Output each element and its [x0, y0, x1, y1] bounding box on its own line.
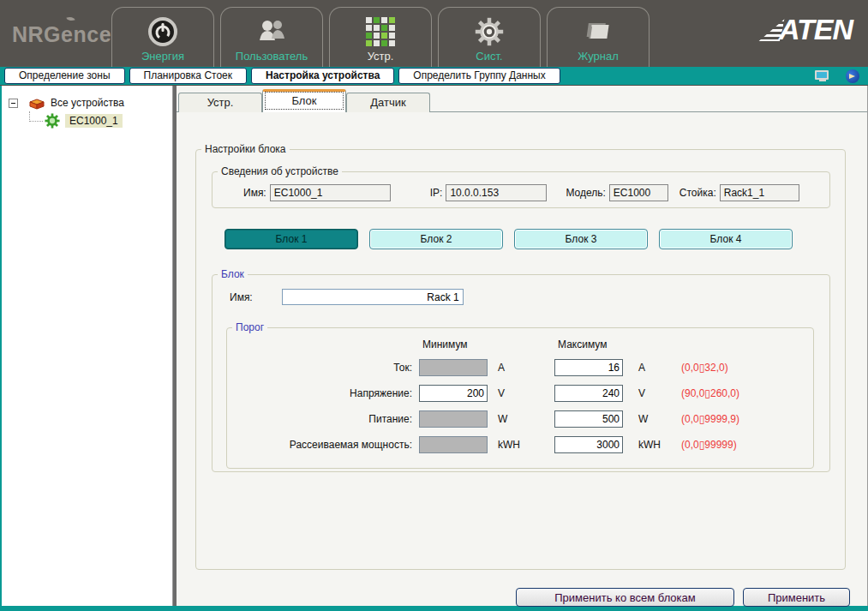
- dissipation-max-unit: kWH: [632, 439, 676, 451]
- users-icon: [255, 15, 288, 48]
- current-row-label: Ток:: [227, 362, 419, 374]
- power-min-unit: W: [491, 413, 554, 425]
- gear-icon: [473, 15, 506, 48]
- power-max-input[interactable]: [554, 410, 623, 428]
- block-settings-group: Настройки блока Сведения об устройстве И…: [195, 143, 846, 570]
- nav-tab-energy[interactable]: Энергия: [111, 7, 214, 67]
- block-tab-panel: Настройки блока Сведения об устройстве И…: [177, 111, 867, 605]
- voltage-range-hint: (90,0▯260,0): [676, 387, 813, 399]
- power-icon: [147, 15, 179, 48]
- min-column-header: Минимум: [419, 338, 491, 350]
- dissipation-row-label: Рассеиваемая мощность:: [227, 439, 419, 451]
- aten-logo: ATEN: [758, 17, 853, 41]
- tree-root-row: Все устройства: [2, 94, 172, 111]
- tree-device-row: EC1000_1: [29, 111, 172, 130]
- block-2-button[interactable]: Блок 2: [369, 229, 503, 249]
- subtab-sensor[interactable]: Датчик: [346, 93, 430, 112]
- nav-tab-log[interactable]: Журнал: [547, 7, 650, 67]
- device-gear-icon: [45, 113, 62, 129]
- block-group: Блок Имя: Порог Минимум: [212, 268, 830, 472]
- device-info-title: Сведения об устройстве: [218, 165, 342, 177]
- toolbar-button-zone-definition[interactable]: Определение зоны: [4, 68, 125, 84]
- subtab-device[interactable]: Устр.: [178, 93, 262, 112]
- tree-root-label[interactable]: Все устройства: [51, 97, 124, 109]
- nav-tab-system[interactable]: Сист.: [438, 7, 541, 67]
- main-panel: Устр. Блок Датчик Настройки блока Сведен…: [177, 86, 868, 606]
- tree-collapse-toggle[interactable]: [9, 99, 18, 108]
- footer-actions: Применить ко всем блокам Применить: [177, 588, 867, 607]
- current-min-unit: A: [491, 362, 554, 374]
- apply-button[interactable]: Применить: [743, 588, 850, 607]
- nav-tab-device[interactable]: Устр.: [329, 7, 432, 67]
- tree-device-label[interactable]: EC1000_1: [65, 114, 123, 128]
- voltage-max-unit: V: [632, 387, 676, 399]
- nav-tab-label: Пользователь: [221, 50, 322, 63]
- block-name-label: Имя:: [230, 291, 253, 303]
- nav-tab-label: Журнал: [548, 50, 649, 63]
- nav-tab-user[interactable]: Пользователь: [220, 7, 323, 67]
- tree-connector: [29, 111, 43, 122]
- toolbar-button-rack-layout[interactable]: Планировка Стоек: [129, 68, 248, 84]
- nav-tab-label: Устр.: [330, 50, 431, 63]
- block-4-button[interactable]: Блок 4: [659, 229, 793, 249]
- block-3-button[interactable]: Блок 3: [514, 229, 648, 249]
- device-rack-field[interactable]: [720, 184, 799, 201]
- device-name-label: Имя:: [243, 187, 266, 199]
- toolbar-button-device-setup[interactable]: Настройка устройства: [251, 68, 394, 84]
- nav-tab-label: Энергия: [112, 50, 213, 63]
- main-nav: Энергия Пользователь: [111, 7, 655, 67]
- device-tree-panel: Все устройства: [0, 86, 172, 606]
- block-selector: Блок 1 Блок 2 Блок 3 Блок 4: [196, 229, 845, 249]
- device-model-field[interactable]: [609, 184, 668, 201]
- apply-all-blocks-button[interactable]: Применить ко всем блокам: [516, 588, 734, 607]
- current-max-input[interactable]: [554, 359, 623, 376]
- block-name-input[interactable]: [282, 289, 464, 305]
- all-devices-icon: [28, 95, 45, 111]
- voltage-min-unit: V: [491, 387, 554, 399]
- nrgence-logo: NRGence: [12, 22, 111, 47]
- threshold-group-title: Порог: [232, 321, 267, 333]
- aten-logo-text: ATEN: [779, 17, 853, 41]
- section-toolbar: Определение зоны Планировка Стоек Настро…: [0, 67, 868, 86]
- dissipation-max-input[interactable]: [554, 436, 623, 453]
- nrgence-logo-text: NRGence: [12, 22, 111, 46]
- toolbar-button-data-group[interactable]: Определить Группу Данных: [398, 68, 560, 84]
- power-range-hint: (0,0▯9999,9): [676, 413, 813, 425]
- current-max-unit: A: [632, 362, 676, 374]
- block-1-button[interactable]: Блок 1: [224, 229, 358, 249]
- logout-icon[interactable]: [846, 69, 859, 83]
- max-column-header: Максимум: [554, 338, 632, 350]
- threshold-group: Порог Минимум Максимум Ток: A: [226, 321, 814, 469]
- device-ip-field[interactable]: [446, 184, 547, 201]
- voltage-row-label: Напряжение:: [227, 387, 419, 399]
- dissipation-range-hint: (0,0▯99999): [676, 439, 813, 451]
- block-group-title: Блок: [218, 268, 248, 280]
- subtab-block[interactable]: Блок: [262, 89, 346, 112]
- device-ip-label: IP:: [430, 187, 443, 199]
- power-max-unit: W: [632, 413, 676, 425]
- device-name-field[interactable]: [270, 184, 391, 201]
- device-subtabs: Устр. Блок Датчик: [177, 86, 867, 112]
- device-info-group: Сведения об устройстве Имя: IP: Модель: …: [212, 165, 830, 208]
- power-row-label: Питание:: [227, 413, 419, 425]
- current-range-hint: (0,0▯32,0): [676, 362, 813, 374]
- voltage-min-input[interactable]: [419, 385, 488, 402]
- current-min-input: [419, 359, 488, 376]
- block-settings-title: Настройки блока: [201, 143, 290, 155]
- device-model-label: Модель:: [566, 187, 605, 199]
- power-min-input: [419, 410, 488, 428]
- log-icon: [582, 15, 614, 48]
- nav-tab-label: Сист.: [439, 50, 540, 63]
- app-window: NRGence Энергия: [0, 0, 868, 611]
- remote-session-icon[interactable]: [815, 70, 830, 82]
- top-header: NRGence Энергия: [0, 0, 868, 67]
- dissipation-min-input: [419, 436, 488, 453]
- voltage-max-input[interactable]: [554, 385, 623, 402]
- device-rack-label: Стойка:: [679, 187, 716, 199]
- dissipation-min-unit: kWH: [491, 439, 554, 451]
- devices-grid-icon: [364, 15, 397, 48]
